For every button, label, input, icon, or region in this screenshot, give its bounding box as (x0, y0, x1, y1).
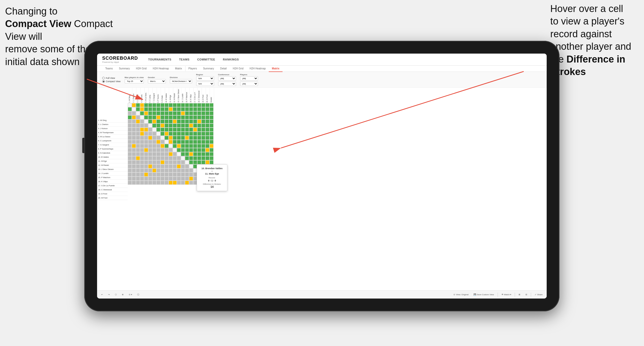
division-select[interactable]: NCAA Division I (170, 79, 192, 83)
grid-cell-11-10[interactable] (165, 144, 169, 148)
grid-cell-15-21[interactable] (209, 160, 214, 164)
grid-cell-11-8[interactable] (156, 144, 160, 148)
grid-cell-5-11[interactable] (169, 119, 173, 123)
grid-cell-15-16[interactable] (189, 160, 193, 164)
grid-cell-19-6[interactable] (148, 177, 152, 181)
tab-h2h-grid-players[interactable]: H2H Grid (230, 66, 247, 72)
grid-cell-5-21[interactable] (209, 119, 214, 123)
grid-cell-8-9[interactable] (160, 132, 165, 136)
grid-cell-1-17[interactable] (193, 103, 197, 107)
grid-cell-15-2[interactable] (132, 160, 136, 164)
grid-cell-7-7[interactable] (152, 128, 156, 132)
grid-cell-2-11[interactable] (169, 107, 173, 111)
layout-btn[interactable]: ⊞ (517, 293, 522, 296)
grid-cell-11-19[interactable] (201, 144, 205, 148)
grid-cell-3-13[interactable] (177, 111, 181, 115)
grid-cell-10-11[interactable] (169, 140, 173, 144)
grid-cell-12-14[interactable] (181, 148, 185, 152)
grid-cell-9-4[interactable] (140, 136, 144, 140)
grid-cell-12-3[interactable] (136, 148, 140, 152)
grid-cell-14-19[interactable] (201, 156, 205, 160)
zoom-btn[interactable]: ⊙ ▾ (127, 293, 134, 296)
grid-cell-17-9[interactable] (160, 168, 165, 172)
grid-cell-9-14[interactable] (181, 136, 185, 140)
grid-cell-2-2[interactable] (132, 107, 136, 111)
grid-cell-7-21[interactable] (209, 128, 214, 132)
grid-cell-17-2[interactable] (132, 168, 136, 172)
grid-cell-3-17[interactable] (193, 111, 197, 115)
grid-cell-3-14[interactable] (181, 111, 185, 115)
grid-cell-5-15[interactable] (185, 119, 189, 123)
grid-cell-6-14[interactable] (181, 123, 185, 128)
grid-cell-13-10[interactable] (165, 152, 169, 156)
grid-cell-19-16[interactable] (189, 177, 193, 181)
grid-cell-15-20[interactable] (205, 160, 209, 164)
grid-cell-1-3[interactable] (136, 103, 140, 107)
grid-cell-5-9[interactable] (160, 119, 165, 123)
grid-cell-13-7[interactable] (152, 152, 156, 156)
grid-cell-5-19[interactable] (201, 119, 205, 123)
grid-cell-19-15[interactable] (185, 177, 189, 181)
grid-cell-13-16[interactable] (189, 152, 193, 156)
tab-matrix-top[interactable]: Matrix (172, 66, 185, 72)
grid-cell-15-8[interactable] (156, 160, 160, 164)
grid-cell-19-5[interactable] (144, 177, 148, 181)
grid-cell-4-17[interactable] (193, 115, 197, 119)
grid-cell-10-1[interactable] (128, 140, 132, 144)
grid-cell-17-6[interactable] (148, 168, 152, 172)
grid-cell-6-11[interactable] (169, 123, 173, 128)
grid-cell-17-8[interactable] (156, 168, 160, 172)
grid-cell-3-18[interactable] (197, 111, 201, 115)
tab-matrix-active[interactable]: Matrix (269, 66, 282, 72)
grid-cell-6-2[interactable] (132, 123, 136, 128)
grid-cell-1-1[interactable] (128, 103, 132, 107)
grid-cell-11-4[interactable] (140, 144, 144, 148)
grid-cell-7-6[interactable] (148, 128, 152, 132)
grid-cell-20-5[interactable] (144, 181, 148, 185)
grid-cell-1-2[interactable] (132, 103, 136, 107)
grid-cell-5-18[interactable] (197, 119, 201, 123)
grid-cell-13-6[interactable] (148, 152, 152, 156)
grid-cell-2-3[interactable] (136, 107, 140, 111)
grid-cell-5-8[interactable] (156, 119, 160, 123)
grid-cell-9-8[interactable] (156, 136, 160, 140)
grid-cell-12-6[interactable] (148, 148, 152, 152)
grid-cell-2-1[interactable] (128, 107, 132, 111)
grid-cell-9-18[interactable] (197, 136, 201, 140)
grid-cell-15-1[interactable] (128, 160, 132, 164)
region-select2[interactable]: N/A (196, 82, 214, 86)
grid-cell-1-9[interactable] (160, 103, 165, 107)
grid-cell-19-1[interactable] (128, 177, 132, 181)
settings-btn[interactable]: ⊕ (120, 293, 125, 296)
grid-cell-7-14[interactable] (181, 128, 185, 132)
grid-cell-10-13[interactable] (177, 140, 181, 144)
grid-cell-4-9[interactable] (160, 115, 165, 119)
grid-cell-1-21[interactable] (209, 103, 214, 107)
grid-cell-20-6[interactable] (148, 181, 152, 185)
grid-cell-15-5[interactable] (144, 160, 148, 164)
grid-cell-20-9[interactable] (160, 181, 165, 185)
grid-cell-7-15[interactable] (185, 128, 189, 132)
grid-cell-14-1[interactable] (128, 156, 132, 160)
grid-cell-13-4[interactable] (140, 152, 144, 156)
grid-cell-8-18[interactable] (197, 132, 201, 136)
tab-summary-players[interactable]: Summary (200, 66, 217, 72)
grid-cell-18-11[interactable] (169, 172, 173, 177)
grid-cell-3-11[interactable] (169, 111, 173, 115)
grid-cell-16-3[interactable] (136, 164, 140, 168)
grid-cell-6-3[interactable] (136, 123, 140, 128)
grid-cell-5-2[interactable] (132, 119, 136, 123)
grid-cell-2-16[interactable] (189, 107, 193, 111)
grid-cell-4-11[interactable] (169, 115, 173, 119)
grid-cell-2-10[interactable] (165, 107, 169, 111)
grid-cell-15-7[interactable] (152, 160, 156, 164)
grid-cell-14-15[interactable] (185, 156, 189, 160)
grid-cell-18-4[interactable] (140, 172, 144, 177)
players-select1[interactable]: (All) (240, 76, 258, 81)
grid-cell-19-9[interactable] (160, 177, 165, 181)
grid-cell-15-9[interactable] (160, 160, 165, 164)
grid-cell-7-11[interactable] (169, 128, 173, 132)
grid-cell-15-15[interactable] (185, 160, 189, 164)
grid-cell-14-21[interactable] (209, 156, 214, 160)
grid-cell-9-21[interactable] (209, 136, 214, 140)
